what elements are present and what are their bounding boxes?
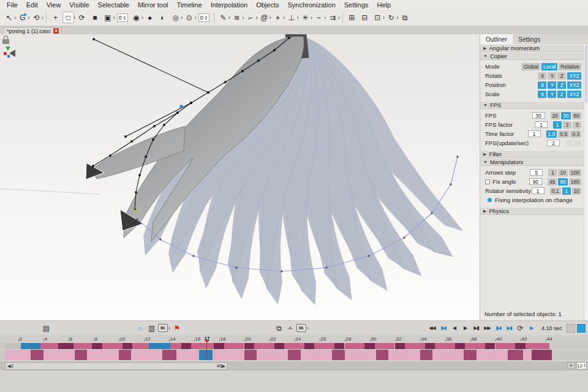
- interval-segment[interactable]: [21, 343, 41, 349]
- remove-panel-tool-icon[interactable]: ⊟: [359, 12, 371, 23]
- joint-dot[interactable]: [92, 165, 94, 167]
- interval-segment[interactable]: [181, 343, 191, 349]
- time-factor-option-0.3[interactable]: 0.3: [570, 130, 581, 138]
- timeline-scrollbar[interactable]: ◀ 2 45 ▶ + 12 ▲▼: [0, 361, 588, 371]
- joint-dot[interactable]: [135, 191, 137, 194]
- joint-dot[interactable]: [130, 140, 133, 143]
- mesh-cube-tool-icon[interactable]: ▣: [102, 12, 113, 23]
- interval-track[interactable]: [0, 343, 588, 349]
- keyframe-block[interactable]: [332, 350, 345, 360]
- timeline-scrollbar-handle[interactable]: ◀ 2 45 ▶: [5, 362, 228, 370]
- trajectory-point[interactable]: [281, 271, 283, 273]
- joint-dot[interactable]: [138, 174, 141, 176]
- trajectory-point[interactable]: [431, 213, 433, 214]
- trajectory-point[interactable]: [368, 255, 370, 257]
- interpolation-magnet-button[interactable]: ∩: [136, 323, 145, 333]
- scale-option-z[interactable]: Z: [557, 91, 566, 98]
- rotate-option-z[interactable]: Z: [557, 72, 566, 80]
- joint-dot[interactable]: [153, 125, 156, 127]
- fps-factor-input[interactable]: 1: [535, 121, 548, 128]
- panel-scrollbar-handle[interactable]: [585, 45, 587, 103]
- interval-segment[interactable]: [132, 343, 149, 349]
- menu-item-settings[interactable]: Settings: [340, 1, 373, 9]
- rotator-sensitivity-input[interactable]: 1: [532, 187, 545, 194]
- trajectory-point[interactable]: [193, 255, 195, 257]
- copy-frames-button[interactable]: ⧉: [274, 323, 284, 333]
- add-point-tool-icon[interactable]: +: [50, 12, 61, 23]
- joint-dot[interactable]: [273, 49, 276, 51]
- sphere-solid-tool-icon[interactable]: ●: [144, 12, 156, 23]
- zoom-plus-button[interactable]: +: [567, 362, 575, 369]
- rotate-option-x[interactable]: X: [538, 72, 546, 80]
- position-option-xyz[interactable]: XYZ: [567, 81, 581, 89]
- interval-segment[interactable]: [334, 343, 344, 349]
- fps-update-sec-option-0[interactable]: [565, 140, 573, 147]
- keyframe-block[interactable]: [75, 350, 88, 360]
- playback-speed-box[interactable]: [577, 324, 586, 333]
- jump-to-start-button[interactable]: ◀◀: [428, 323, 437, 333]
- scroll-right-arrow-icon[interactable]: ▶: [222, 364, 225, 369]
- interval-segment[interactable]: [455, 343, 465, 349]
- keyframe-block[interactable]: [119, 350, 132, 360]
- rotator-sensitivity-option-1[interactable]: 1: [562, 187, 571, 195]
- trajectory-point[interactable]: [404, 237, 405, 239]
- keyframe-block[interactable]: [532, 350, 552, 360]
- fps-option-60[interactable]: 60: [572, 112, 581, 119]
- joint-dot[interactable]: [124, 135, 127, 138]
- tool-value-spin-2-arrows-icon[interactable]: ▲▼: [205, 15, 208, 20]
- position-option-x[interactable]: X: [538, 81, 546, 89]
- fps-factor-option-1[interactable]: 1: [553, 121, 562, 129]
- interval-segment[interactable]: [304, 343, 314, 349]
- prev-keyframe-button[interactable]: ▮◀: [439, 323, 448, 333]
- global-local-toggle-icon[interactable]: G: [17, 12, 28, 23]
- interval-segment[interactable]: [314, 343, 334, 349]
- time-factor-option-0.5[interactable]: 0.5: [558, 130, 569, 138]
- sphere-outline-tool-icon[interactable]: ◎: [170, 12, 181, 23]
- tab-outliner[interactable]: Outliner: [480, 34, 513, 44]
- next-interval-button[interactable]: ▶▮: [505, 323, 514, 333]
- mirror-at-tool-icon[interactable]: @: [258, 12, 270, 23]
- realtime-play-button[interactable]: ▶: [527, 323, 536, 333]
- fix-angle-option-180[interactable]: 180: [569, 178, 581, 186]
- scale-option-x[interactable]: X: [538, 91, 546, 98]
- mode-option-relative[interactable]: Relative: [559, 63, 581, 70]
- arrows-step-option-10[interactable]: 10: [558, 169, 567, 176]
- interval-segment[interactable]: [515, 343, 525, 349]
- play-forward-button[interactable]: ▶: [461, 323, 470, 333]
- corner-angle-tool-icon[interactable]: ⌐: [244, 12, 256, 23]
- interval-segment[interactable]: [425, 343, 435, 349]
- joint-dot[interactable]: [224, 81, 227, 83]
- interval-segment[interactable]: [526, 343, 549, 349]
- section-header-fps[interactable]: ▼FPS: [480, 101, 588, 109]
- viewport[interactable]: [0, 34, 480, 320]
- viewport-canvas[interactable]: [0, 34, 480, 320]
- interval-segment[interactable]: [6, 343, 21, 349]
- ghost-frames-button[interactable]: ▥: [147, 323, 156, 333]
- joint-dot[interactable]: [152, 138, 154, 141]
- trajectory-point[interactable]: [457, 156, 459, 158]
- scene-props-button[interactable]: ▤: [42, 323, 51, 333]
- menu-item-mirror-tool[interactable]: Mirror tool: [134, 1, 173, 9]
- timecode-display-box[interactable]: [567, 324, 575, 333]
- joint-dot[interactable]: [257, 59, 260, 62]
- trajectory-point[interactable]: [137, 219, 138, 221]
- pivot-tool-icon[interactable]: ⊥: [285, 12, 297, 23]
- section-header-angular-momentum[interactable]: ▶Angular momentum: [480, 44, 588, 52]
- rotator-sensitivity-option-0.1[interactable]: 0.1: [550, 187, 561, 195]
- snap-grid-tool-icon[interactable]: ⊡: [372, 12, 383, 23]
- star-tool-icon[interactable]: ✳: [300, 12, 311, 23]
- menu-item-edit[interactable]: Edit: [22, 1, 42, 9]
- point-center-tool-icon[interactable]: ⊙: [183, 12, 195, 23]
- keyframe-block[interactable]: [31, 350, 43, 360]
- tool-value-spin-2-spinbox[interactable]: 0▲▼: [198, 13, 209, 22]
- ik-mode-button-chevron-icon[interactable]: ›: [168, 325, 170, 331]
- ik-mode-button[interactable]: IK: [158, 324, 168, 332]
- tab-settings[interactable]: Settings: [513, 34, 546, 44]
- sphere-half-tool-icon[interactable]: ◐: [157, 12, 168, 23]
- tracking-flag-button[interactable]: ⚑: [172, 323, 181, 333]
- menu-item-view[interactable]: View: [42, 1, 66, 9]
- fps-option-20[interactable]: 20: [551, 112, 560, 119]
- curves-tool-icon[interactable]: ≋: [231, 12, 243, 23]
- joint-dot[interactable]: [288, 37, 290, 39]
- interval-segment[interactable]: [191, 343, 214, 349]
